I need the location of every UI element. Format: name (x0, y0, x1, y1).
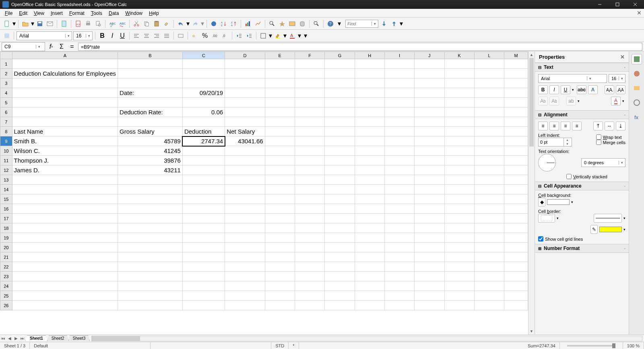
menu-data[interactable]: Data (105, 10, 122, 17)
vertically-stacked-checkbox[interactable]: Vertically stacked (566, 174, 625, 179)
cell-K7[interactable] (444, 117, 474, 127)
cell-K15[interactable] (444, 194, 474, 204)
cell-H11[interactable] (355, 156, 384, 165)
cell-D8[interactable]: Net Salary (225, 127, 265, 136)
menu-file[interactable]: File (2, 10, 16, 17)
cell-G14[interactable] (325, 185, 355, 194)
col-header-M[interactable]: M (504, 52, 528, 59)
cell-F18[interactable] (295, 223, 324, 233)
cell-C24[interactable] (182, 281, 225, 291)
cell-B13[interactable] (118, 175, 183, 185)
cell-K25[interactable] (444, 291, 474, 301)
cell-C7[interactable] (182, 117, 225, 127)
cell-K5[interactable] (444, 98, 474, 107)
sidebar-close-icon[interactable]: ✕ (620, 54, 625, 60)
menu-edit[interactable]: Edit (16, 10, 31, 17)
cell-L20[interactable] (474, 243, 504, 252)
sort-asc-icon[interactable]: AZ (219, 19, 228, 28)
cell-A12[interactable]: James D. (12, 165, 118, 175)
cell-J19[interactable] (415, 233, 444, 243)
cell-J7[interactable] (415, 117, 444, 127)
col-header-I[interactable]: I (384, 52, 414, 59)
remove-decimal-icon[interactable]: .0 (221, 31, 229, 40)
cell-G2[interactable] (325, 69, 355, 78)
cell-F19[interactable] (295, 233, 324, 243)
cell-B5[interactable] (118, 98, 183, 107)
cell-J1[interactable] (415, 59, 444, 69)
left-indent-spinner[interactable]: ▲▼ (538, 138, 572, 147)
cell-J13[interactable] (415, 175, 444, 185)
cell-D24[interactable] (225, 281, 265, 291)
cell-A22[interactable] (12, 262, 118, 272)
undo-icon[interactable] (176, 19, 185, 28)
align-left-icon[interactable] (132, 31, 141, 40)
section-appearance-header[interactable]: ⊟Cell Appearance▫ (535, 182, 629, 190)
cell-A8[interactable]: Last Name (12, 127, 118, 136)
row-header-13[interactable]: 13 (0, 175, 12, 185)
cell-C23[interactable] (182, 272, 225, 281)
cell-A1[interactable] (12, 59, 118, 69)
cell-I24[interactable] (384, 281, 414, 291)
cell-K12[interactable] (444, 165, 474, 175)
col-header-J[interactable]: J (415, 52, 444, 59)
cell-D11[interactable] (225, 156, 265, 165)
cell-F26[interactable] (295, 301, 324, 310)
format-paintbrush-icon[interactable] (162, 19, 171, 28)
merge-cells-icon[interactable] (176, 31, 185, 40)
cell-G17[interactable] (325, 214, 355, 223)
sb-super-icon[interactable]: Ab (538, 97, 548, 105)
cell-C4[interactable]: 09/20/19 (182, 88, 225, 98)
cell-C26[interactable] (182, 301, 225, 310)
cell-A15[interactable] (12, 194, 118, 204)
sb-valign-bot-icon[interactable]: ⤓ (616, 122, 625, 130)
cell-H18[interactable] (355, 223, 384, 233)
cell-M24[interactable] (504, 281, 528, 291)
cell-B23[interactable] (118, 272, 183, 281)
sheet-tab-sheet1[interactable]: Sheet1 (25, 335, 47, 341)
col-header-F[interactable]: F (295, 52, 324, 59)
cell-J4[interactable] (415, 88, 444, 98)
cell-E20[interactable] (265, 243, 295, 252)
merge-cells-checkbox[interactable]: Merge cells (596, 140, 625, 145)
cell-B17[interactable] (118, 214, 183, 223)
cell-I19[interactable] (384, 233, 414, 243)
align-right-icon[interactable] (152, 31, 161, 40)
cell-G24[interactable] (325, 281, 355, 291)
new-doc-icon[interactable] (2, 19, 11, 28)
cell-G10[interactable] (325, 146, 355, 156)
cell-C2[interactable] (182, 69, 225, 78)
cell-D23[interactable] (225, 272, 265, 281)
cell-L14[interactable] (474, 185, 504, 194)
cell-H4[interactable] (355, 88, 384, 98)
col-header-G[interactable]: G (325, 52, 355, 59)
cell-J23[interactable] (415, 272, 444, 281)
cell-M21[interactable] (504, 252, 528, 262)
cell-A13[interactable] (12, 175, 118, 185)
cell-M20[interactable] (504, 243, 528, 252)
cell-G23[interactable] (325, 272, 355, 281)
cell-M7[interactable] (504, 117, 528, 127)
col-header-D[interactable]: D (225, 52, 265, 59)
cell-I14[interactable] (384, 185, 414, 194)
cell-K3[interactable] (444, 78, 474, 88)
cell-I17[interactable] (384, 214, 414, 223)
cell-H24[interactable] (355, 281, 384, 291)
cell-C15[interactable] (182, 194, 225, 204)
sb-highlight-icon[interactable]: ab (566, 97, 576, 105)
orientation-combo[interactable]: ▾ (581, 158, 625, 167)
find-next-icon[interactable] (380, 19, 388, 28)
cell-G3[interactable] (325, 78, 355, 88)
sidebar-tab-styles[interactable] (632, 68, 642, 79)
cell-H14[interactable] (355, 185, 384, 194)
sb-shrink-font-icon[interactable]: AA (616, 85, 625, 94)
cell-L12[interactable] (474, 165, 504, 175)
cell-M9[interactable] (504, 136, 528, 146)
cell-D15[interactable] (225, 194, 265, 204)
cell-J24[interactable] (415, 281, 444, 291)
function-wizard-icon[interactable]: fx (47, 42, 56, 51)
cell-M16[interactable] (504, 204, 528, 214)
open-icon[interactable] (21, 19, 30, 28)
cell-L26[interactable] (474, 301, 504, 310)
align-justify-icon[interactable] (162, 31, 171, 40)
sheet-tab-sheet2[interactable]: Sheet2 (47, 335, 69, 341)
